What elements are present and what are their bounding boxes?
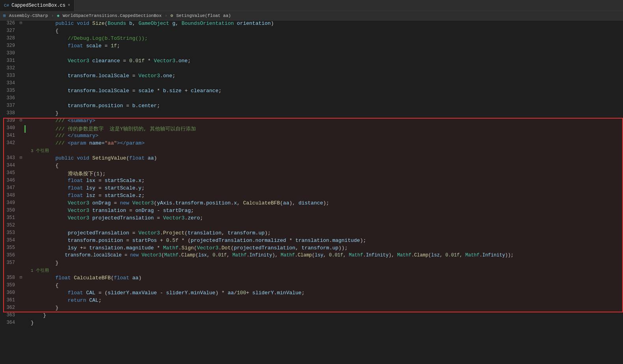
line-334: 334	[3, 80, 623, 88]
line-331: 331 Vector3 clearance = 0.01f * Vector3.…	[3, 58, 623, 65]
line-337: 337 transform.position = b.center;	[3, 103, 623, 110]
line-327: 327 {	[3, 28, 623, 35]
line-348: 348 float lsz = startScale.z;	[3, 193, 623, 200]
cs-file-icon: C#	[4, 3, 9, 8]
line-346: 346 float lsx = startScale.x;	[3, 178, 623, 185]
editor: 326 ⊟ public void Size(Bounds b, GameObj…	[0, 20, 623, 364]
line-360: 360 float CAL = (sliderY.maxValue - slid…	[3, 290, 623, 297]
nav-icon-assembly: ⊞	[3, 13, 6, 18]
active-tab[interactable]: C# CappedSectionBox.cs ×	[0, 0, 75, 11]
nav-class[interactable]: WorldSpaceTransitions.CappedSectionBox	[63, 13, 162, 18]
line-344: 344 {	[3, 163, 623, 170]
nav-icon-method: ⚙	[170, 13, 173, 18]
line-358: 358 ⊟ float CalculateBFB(float aa)	[3, 275, 623, 282]
line-352: 352	[3, 223, 623, 230]
line-332: 332	[3, 65, 623, 73]
nav-icon-class: ◆	[57, 13, 60, 18]
ref-count-1: 1 个引用	[3, 267, 623, 275]
tab-filename: CappedSectionBox.cs	[11, 3, 65, 8]
nav-bar: ⊞ Assembly-CSharp › ◆ WorldSpaceTransiti…	[0, 11, 623, 20]
line-342: 342 /// <param name="aa"></param>	[3, 140, 623, 148]
line-353: 353 projectedTranslation = Vector3.Proje…	[3, 230, 623, 238]
line-350: 350 Vector3 translation = onDrag - start…	[3, 208, 623, 215]
ref-count-3: 3 个引用	[3, 148, 623, 155]
line-340: 340 /// 传的参数是数字 这是Y轴剖切的, 其他轴可以自行添加	[3, 125, 623, 133]
code-area[interactable]: 326 ⊟ public void Size(Bounds b, GameObj…	[0, 20, 623, 364]
line-335: 335 transform.localScale = scale * b.siz…	[3, 88, 623, 95]
line-347: 347 float lsy = startScale.y;	[3, 185, 623, 193]
line-338: 338 }	[3, 110, 623, 118]
line-333: 333 transform.localScale = Vector3.one;	[3, 73, 623, 80]
line-359: 359 {	[3, 282, 623, 290]
line-363: 363 }	[3, 312, 623, 320]
line-329: 329 float scale = 1f;	[3, 43, 623, 50]
nav-method[interactable]: SetingValue(float aa)	[176, 13, 231, 18]
line-355: 355 lsy += translation.magnitude * Mathf…	[3, 245, 623, 253]
line-357: 357 }	[3, 260, 623, 267]
nav-assembly[interactable]: Assembly-CSharp	[9, 13, 48, 18]
line-326: 326 ⊟ public void Size(Bounds b, GameObj…	[3, 20, 623, 28]
title-bar: C# CappedSectionBox.cs ×	[0, 0, 623, 11]
line-330: 330	[3, 50, 623, 58]
line-341: 341 /// </summary>	[3, 133, 623, 140]
line-345: 345 滑动条按下(1);	[3, 170, 623, 178]
line-336: 336	[3, 95, 623, 103]
tab-close-button[interactable]: ×	[68, 3, 70, 7]
line-328: 328 //Debug.Log(b.ToString());	[3, 35, 623, 43]
line-339: 339 ⊟ /// <summary>	[3, 118, 623, 125]
line-362: 362 }	[3, 305, 623, 312]
line-349: 349 Vector3 onDrag = new Vector3(yAxis.t…	[3, 200, 623, 208]
line-364: 364 }	[3, 320, 623, 327]
line-354: 354 transform.position = startPos + 0.5f…	[3, 238, 623, 245]
line-356: 356 transform.localScale = new Vector3(M…	[3, 253, 623, 260]
line-351: 351 Vector3 projectedTranslation = Vecto…	[3, 215, 623, 223]
line-343: 343 ⊟ public void SetingValue(float aa)	[3, 155, 623, 163]
line-361: 361 return CAL;	[3, 297, 623, 305]
